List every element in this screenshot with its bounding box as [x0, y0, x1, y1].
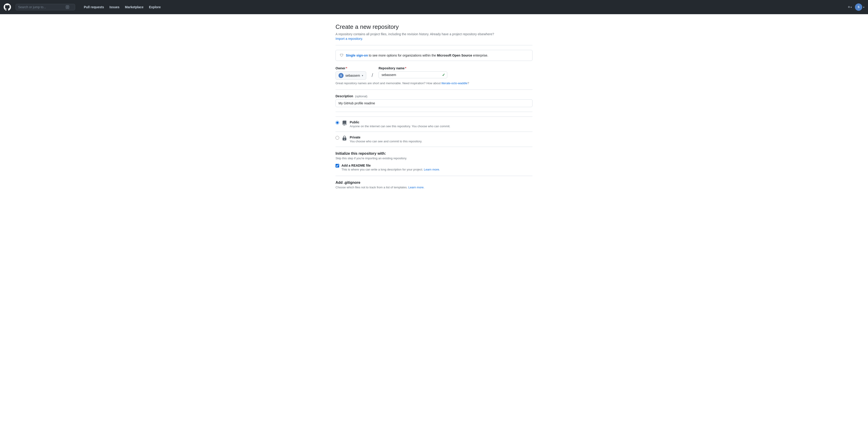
- plus-icon: +: [848, 5, 850, 10]
- readme-label: Add a README file: [341, 164, 440, 167]
- owner-select[interactable]: S sebassem ▾: [336, 71, 366, 79]
- gitignore-learn-link[interactable]: Learn more.: [408, 186, 424, 189]
- public-option: Public Anyone on the internet can see th…: [336, 117, 532, 132]
- sso-end-text: enterprise.: [473, 54, 488, 57]
- public-title: Public: [350, 120, 532, 124]
- public-desc: Anyone on the internet can see this repo…: [350, 125, 532, 128]
- sso-banner: 🛡 Single sign-on to see more options for…: [336, 50, 532, 61]
- repo-hint: Great repository names are short and mem…: [336, 81, 532, 85]
- gitignore-subtitle: Choose which files not to track from a l…: [336, 186, 532, 189]
- sso-link[interactable]: Single sign-on: [346, 54, 368, 57]
- public-radio[interactable]: [336, 121, 339, 125]
- avatar-initials: S: [858, 5, 860, 9]
- nav-marketplace[interactable]: Marketplace: [123, 3, 146, 11]
- lock-icon: [342, 136, 347, 142]
- nav-links: Pull requests Issues Marketplace Explore: [82, 3, 163, 11]
- nav-explore[interactable]: Explore: [147, 3, 163, 11]
- description-input[interactable]: [336, 99, 532, 107]
- navbar-right: + ▾ S ▾: [846, 3, 864, 11]
- gitignore-title: Add .gitignore: [336, 181, 532, 185]
- slash-separator: /: [372, 72, 373, 79]
- public-content: Public Anyone on the internet can see th…: [350, 120, 532, 128]
- check-icon: ✓: [442, 73, 445, 77]
- init-title: Initialize this repository with:: [336, 152, 532, 156]
- description-group: Description (optional): [336, 94, 532, 107]
- readme-content: Add a README file This is where you can …: [341, 164, 440, 171]
- main-content: Create a new repository A repository con…: [331, 23, 537, 189]
- new-button[interactable]: + ▾: [846, 3, 853, 11]
- private-option: Private You choose who can see and commi…: [336, 132, 532, 147]
- page-subtitle: A repository contains all project files,…: [336, 32, 532, 36]
- nav-issues[interactable]: Issues: [107, 3, 122, 11]
- search-input[interactable]: [18, 5, 64, 9]
- owner-chevron-icon: ▾: [362, 74, 363, 77]
- nav-pull-requests[interactable]: Pull requests: [82, 3, 106, 11]
- owner-avatar: S: [339, 73, 344, 78]
- repo-name-input[interactable]: [379, 71, 447, 78]
- navbar: / Pull requests Issues Marketplace Explo…: [0, 0, 868, 14]
- readme-learn-link[interactable]: Learn more.: [424, 168, 440, 171]
- repo-name-wrapper: ✓: [379, 71, 447, 78]
- new-chevron-icon: ▾: [850, 6, 852, 8]
- divider-4: [336, 176, 532, 176]
- private-content: Private You choose who can see and commi…: [350, 135, 532, 143]
- repo-name-required: *: [405, 66, 406, 70]
- description-optional: (optional): [355, 95, 367, 98]
- repo-public-icon: [342, 121, 347, 127]
- description-label: Description (optional): [336, 94, 532, 98]
- owner-label: Owner*: [336, 66, 366, 70]
- owner-group: Owner* S sebassem ▾: [336, 66, 366, 79]
- readme-desc: This is where you can write a long descr…: [341, 168, 440, 171]
- owner-name: sebassem: [345, 74, 360, 77]
- import-link[interactable]: Import a repository.: [336, 37, 363, 40]
- sso-org-name: Microsoft Open Source: [437, 54, 472, 57]
- avatar[interactable]: S: [855, 3, 862, 11]
- sso-text: Single sign-on to see more options for o…: [346, 54, 488, 57]
- divider-1: [336, 45, 532, 45]
- private-radio[interactable]: [336, 136, 339, 140]
- private-desc: You choose who can see and commit to thi…: [350, 140, 532, 143]
- repo-name-group: Repository name* ✓: [379, 66, 447, 78]
- initialize-section: Initialize this repository with: Skip th…: [336, 152, 532, 189]
- shield-icon: 🛡: [340, 53, 344, 58]
- search-kbd: /: [66, 5, 69, 9]
- private-title: Private: [350, 135, 532, 139]
- gitignore-section: Add .gitignore Choose which files not to…: [336, 181, 532, 189]
- owner-required: *: [346, 66, 347, 70]
- avatar-chevron-icon: ▾: [863, 6, 864, 8]
- suggestion-suffix: ?: [467, 81, 469, 85]
- github-logo[interactable]: [4, 3, 11, 11]
- page-title: Create a new repository: [336, 23, 532, 30]
- repo-name-label: Repository name*: [379, 66, 447, 70]
- owner-repo-row: Owner* S sebassem ▾ / Repository name* ✓: [336, 66, 532, 79]
- sso-mid-text: to see more options for organizations wi…: [369, 54, 437, 57]
- init-subtitle: Skip this step if you're importing an ex…: [336, 157, 532, 160]
- visibility-options: Public Anyone on the internet can see th…: [336, 117, 532, 147]
- readme-checkbox[interactable]: [336, 164, 339, 167]
- search-bar[interactable]: /: [16, 4, 75, 10]
- suggestion-link[interactable]: literate-octo-waddle: [441, 81, 467, 85]
- readme-row: Add a README file This is where you can …: [336, 164, 532, 171]
